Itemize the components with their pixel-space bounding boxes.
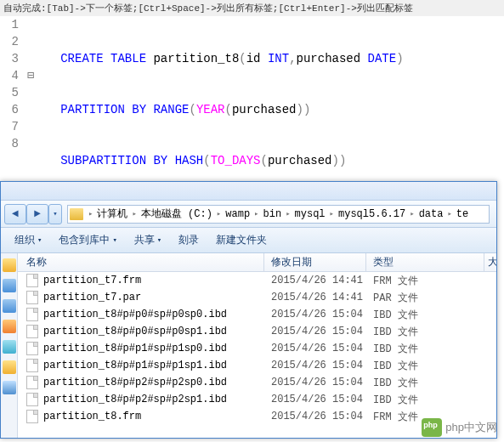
explorer-window: ◄ ► ▾ ▸ 计算机 ▸ 本地磁盘 (C:) ▸ wamp ▸ bin ▸ m… — [0, 181, 497, 439]
breadcrumb-separator-icon[interactable]: ▸ — [328, 209, 336, 218]
breadcrumb-segment[interactable]: bin — [261, 208, 285, 220]
breadcrumb-segment[interactable]: 计算机 — [94, 207, 130, 221]
file-type: IBD 文件 — [366, 376, 496, 390]
breadcrumb-segment[interactable]: 本地磁盘 (C:) — [139, 207, 215, 221]
breadcrumb-separator-icon[interactable]: ▸ — [87, 209, 94, 218]
breadcrumb-separator-icon[interactable]: ▸ — [130, 209, 138, 218]
file-type: IBD 文件 — [366, 393, 496, 407]
computer-icon[interactable] — [3, 299, 16, 313]
file-icon — [26, 359, 38, 372]
file-row[interactable]: partition_t8#p#p0#sp#p0sp0.ibd2015/4/26 … — [18, 306, 496, 323]
favorites-icon[interactable] — [3, 258, 16, 272]
explorer-sidebar[interactable] — [1, 253, 18, 438]
breadcrumb-separator-icon[interactable]: ▸ — [284, 209, 292, 218]
file-area: 名称 修改日期 类型 大 partition_t7.frm2015/4/26 1… — [18, 253, 496, 438]
address-breadcrumb[interactable]: ▸ 计算机 ▸ 本地磁盘 (C:) ▸ wamp ▸ bin ▸ mysql ▸… — [67, 205, 490, 224]
file-type: IBD 文件 — [366, 359, 496, 373]
file-list-header: 名称 修改日期 类型 大 — [18, 253, 496, 272]
file-row[interactable]: partition_t8#p#p1#sp#p1sp0.ibd2015/4/26 … — [18, 340, 496, 357]
organize-button[interactable]: 组织 — [8, 230, 48, 251]
new-folder-button[interactable]: 新建文件夹 — [209, 230, 274, 251]
burn-button[interactable]: 刻录 — [172, 230, 206, 251]
editor-hint: 自动完成:[Tab]->下一个标签;[Ctrl+Space]->列出所有标签;[… — [0, 0, 504, 16]
folder-icon[interactable] — [3, 360, 16, 374]
file-icon — [26, 376, 38, 389]
explorer-titlebar[interactable] — [1, 182, 496, 201]
file-icon — [26, 410, 38, 423]
explorer-body: 名称 修改日期 类型 大 partition_t7.frm2015/4/26 1… — [1, 253, 496, 438]
file-date: 2015/4/26 14:41 — [264, 275, 366, 286]
file-row[interactable]: partition_t7.par2015/4/26 14:41PAR 文件 — [18, 289, 496, 306]
column-header-size[interactable]: 大 — [484, 253, 496, 271]
nav-forward-button[interactable]: ► — [26, 204, 48, 224]
breadcrumb-separator-icon[interactable]: ▸ — [445, 209, 453, 218]
column-header-date[interactable]: 修改日期 — [264, 253, 366, 271]
breadcrumb-segment[interactable]: mysql5.6.17 — [336, 208, 408, 220]
breadcrumb-separator-icon[interactable]: ▸ — [408, 209, 416, 218]
file-date: 2015/4/26 15:04 — [264, 360, 366, 371]
file-type: IBD 文件 — [366, 325, 496, 339]
file-row[interactable]: partition_t8#p#p1#sp#p1sp1.ibd2015/4/26 … — [18, 357, 496, 374]
file-name: partition_t8#p#p1#sp#p1sp0.ibd — [43, 343, 227, 354]
explorer-toolbar: 组织 包含到库中 共享 刻录 新建文件夹 — [1, 228, 496, 253]
file-date: 2015/4/26 15:04 — [264, 394, 366, 405]
file-date: 2015/4/26 15:04 — [264, 326, 366, 337]
file-date: 2015/4/26 15:04 — [264, 343, 366, 354]
nav-recent-button[interactable]: ▾ — [48, 204, 62, 224]
file-name: partition_t8#p#p2#sp#p2sp0.ibd — [43, 377, 227, 388]
file-name: partition_t8#p#p2#sp#p2sp1.ibd — [43, 394, 227, 405]
file-name: partition_t8.frm — [43, 411, 141, 422]
file-date: 2015/4/26 15:04 — [264, 411, 366, 422]
include-button[interactable]: 包含到库中 — [52, 230, 123, 251]
php-logo-icon — [422, 418, 442, 437]
breadcrumb-separator-icon[interactable]: ▸ — [215, 209, 223, 218]
file-icon — [26, 393, 38, 406]
file-row[interactable]: partition_t8#p#p2#sp#p2sp1.ibd2015/4/26 … — [18, 391, 496, 408]
file-row[interactable]: partition_t8#p#p2#sp#p2sp0.ibd2015/4/26 … — [18, 374, 496, 391]
file-type: PAR 文件 — [366, 291, 496, 305]
file-name: partition_t8#p#p0#sp#p0sp1.ibd — [43, 326, 227, 337]
file-list[interactable]: partition_t7.frm2015/4/26 14:41FRM 文件 pa… — [18, 272, 496, 425]
file-date: 2015/4/26 15:04 — [264, 377, 366, 388]
nav-back-button[interactable]: ◄ — [4, 204, 26, 224]
file-row[interactable]: partition_t7.frm2015/4/26 14:41FRM 文件 — [18, 272, 496, 289]
file-icon — [26, 342, 38, 355]
file-icon — [26, 291, 38, 304]
file-date: 2015/4/26 15:04 — [264, 309, 366, 320]
documents-icon[interactable] — [3, 340, 16, 354]
watermark-text: php中文网 — [445, 420, 497, 435]
column-header-name[interactable]: 名称 — [18, 253, 264, 271]
file-name: partition_t8#p#p0#sp#p0sp0.ibd — [43, 309, 227, 320]
file-icon — [26, 274, 38, 287]
file-name: partition_t8#p#p1#sp#p1sp1.ibd — [43, 360, 227, 371]
breadcrumb-segment[interactable]: data — [416, 208, 446, 220]
file-name: partition_t7.frm — [43, 275, 141, 286]
file-type: IBD 文件 — [366, 342, 496, 356]
breadcrumb-segment[interactable]: wamp — [223, 208, 252, 220]
library-icon[interactable] — [3, 279, 16, 292]
file-type: IBD 文件 — [366, 308, 496, 322]
column-header-type[interactable]: 类型 — [366, 253, 484, 271]
music-icon[interactable] — [3, 381, 16, 394]
navigation-bar: ◄ ► ▾ ▸ 计算机 ▸ 本地磁盘 (C:) ▸ wamp ▸ bin ▸ m… — [1, 201, 496, 228]
file-icon — [26, 325, 38, 338]
watermark: php中文网 — [422, 418, 497, 437]
folder-icon — [70, 208, 83, 220]
pictures-icon[interactable] — [3, 320, 16, 333]
file-row[interactable]: partition_t8#p#p0#sp#p0sp1.ibd2015/4/26 … — [18, 323, 496, 340]
file-name: partition_t7.par — [43, 292, 141, 303]
file-icon — [26, 308, 38, 321]
file-date: 2015/4/26 14:41 — [264, 292, 366, 303]
share-button[interactable]: 共享 — [127, 230, 168, 251]
breadcrumb-segment[interactable]: mysql — [292, 208, 328, 220]
file-type: FRM 文件 — [366, 274, 496, 288]
breadcrumb-segment[interactable]: te — [454, 208, 471, 220]
breadcrumb-separator-icon[interactable]: ▸ — [252, 209, 260, 218]
